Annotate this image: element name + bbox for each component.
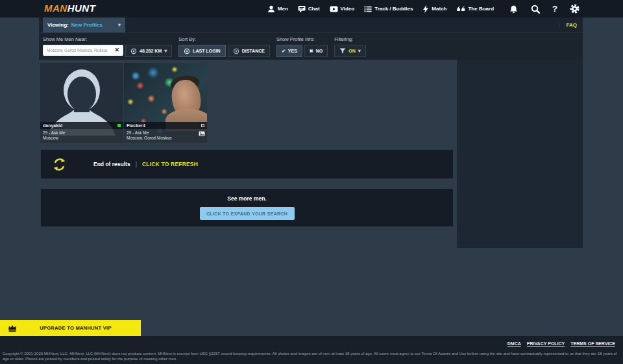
nav-item-the-board[interactable]: The Board [456, 6, 494, 12]
terms-of-service-link[interactable]: TERMS OF SERVICE [570, 341, 615, 346]
notifications-button[interactable] [509, 5, 519, 14]
quotes-icon [456, 6, 465, 12]
photo-icon [199, 131, 205, 136]
end-of-results-box: End of results | CLICK TO REFRESH [40, 149, 454, 179]
faq-link[interactable]: FAQ [559, 22, 577, 28]
nav-item-chat[interactable]: Chat [298, 5, 320, 13]
filtering-dropdown[interactable]: ON ▾ [334, 45, 366, 57]
chevron-down-icon: ▾ [358, 49, 361, 54]
filter-funnel-icon [339, 48, 346, 54]
profile-grid: danyakid 29 - Ask Me Moscow Flucker4 [40, 63, 207, 143]
location-input[interactable] [47, 48, 112, 53]
near-label: Show Me Men Near: [43, 36, 172, 42]
sort-option-label: DISTANCE [242, 49, 265, 53]
separator: | [136, 161, 137, 167]
help-icon: ? [552, 5, 557, 13]
search-button[interactable] [531, 5, 540, 14]
footer: DMCA PRIVACY POLICY TERMS OF SERVICE Cop… [0, 336, 623, 364]
nav-item-track-buddies[interactable]: Track / Buddies [364, 5, 413, 13]
location-input-wrap: ✕ [43, 45, 123, 56]
distance-dropdown[interactable]: 48.282 KM ▾ [125, 45, 172, 57]
nav-item-match[interactable]: Match [422, 5, 446, 13]
logo-hunt: HUNT [67, 3, 96, 14]
chevron-down-icon: ▾ [118, 23, 121, 28]
target-icon [130, 48, 137, 55]
upgrade-vip-button[interactable]: UPGRADE TO MANHUNT VIP [0, 320, 141, 336]
nav-item-men[interactable]: Men [267, 5, 288, 13]
see-more-box: See more men. CLICK TO EXPAND YOUR SEARC… [40, 188, 454, 227]
yes-label: YES [288, 49, 297, 53]
top-header-bar: MANHUNT Men Chat Video Track / Buddies [0, 0, 623, 18]
list-icon [364, 5, 372, 13]
sort-last-login-button[interactable]: LAST LOGIN [178, 45, 225, 57]
profile-info-label: Show Profile Info: [276, 36, 328, 42]
filter-group-sort: Sort By: LAST LOGIN DISTANCE [178, 36, 270, 60]
card-overlay: Flucker4 29 - Ask Me Moscow, Gorod Moskv… [124, 122, 207, 143]
profile-location: Moscow [43, 136, 121, 141]
filter-group-filtering: Filtering: ON ▾ [334, 36, 366, 60]
right-side-panel [457, 60, 583, 248]
view-tab-bar: Viewing: New Profiles ▾ FAQ [39, 18, 583, 32]
viewing-dropdown[interactable]: Viewing: New Profiles ▾ [43, 18, 125, 32]
filtering-label: Filtering: [334, 36, 366, 42]
no-label: NO [316, 49, 323, 53]
radio-icon [233, 48, 239, 55]
profile-card-danyakid[interactable]: danyakid 29 - Ask Me Moscow [40, 63, 123, 143]
click-to-refresh-link[interactable]: CLICK TO REFRESH [142, 161, 198, 167]
sort-distance-button[interactable]: DISTANCE [228, 45, 270, 57]
profile-username: Flucker4 [127, 123, 145, 128]
vip-label: UPGRADE TO MANHUNT VIP [17, 325, 141, 331]
chat-icon [298, 5, 306, 13]
refresh-icon [52, 157, 67, 172]
lightning-icon [422, 5, 429, 13]
nav-item-video[interactable]: Video [330, 5, 355, 13]
profile-location: Moscow, Gorod Moskva [127, 136, 204, 141]
radio-icon [184, 48, 190, 55]
profile-username: danyakid [43, 123, 62, 128]
sort-label: Sort By: [178, 36, 270, 42]
nav-label: Chat [308, 6, 320, 12]
filtering-value: ON [348, 49, 356, 53]
crown-icon [8, 324, 17, 332]
x-icon: ✖ [310, 49, 313, 53]
manhunt-logo[interactable]: MANHUNT [44, 3, 95, 14]
copyright-text: Copyright © 2001-2020 MHNext, LLC. MHNex… [3, 352, 619, 361]
online-indicator [117, 124, 121, 127]
offline-indicator [201, 124, 204, 127]
profile-card-flucker4[interactable]: Flucker4 29 - Ask Me Moscow, Gorod Moskv… [124, 63, 207, 143]
expand-search-button[interactable]: CLICK TO EXPAND YOUR SEARCH [200, 207, 295, 220]
profile-age-status: 29 - Ask Me [127, 130, 204, 136]
card-overlay: danyakid 29 - Ask Me Moscow [40, 122, 123, 143]
manhunt-page: MANHUNT Men Chat Video Track / Buddies [0, 0, 623, 364]
header-icon-buttons: ? [509, 4, 580, 14]
video-icon [330, 5, 338, 13]
profile-info-yes-button[interactable]: ✔ YES [276, 45, 302, 57]
filter-group-profile-info: Show Profile Info: ✔ YES ✖ NO [276, 36, 328, 60]
nav-label: Video [341, 6, 355, 12]
chevron-down-icon: ▾ [164, 49, 167, 54]
footer-links: DMCA PRIVACY POLICY TERMS OF SERVICE [507, 341, 615, 346]
bell-icon [509, 5, 519, 14]
nav-label: Men [278, 6, 288, 12]
help-button[interactable]: ? [552, 5, 557, 13]
search-icon [531, 5, 540, 14]
person-icon [267, 5, 275, 13]
filter-bar: Show Me Men Near: ✕ 48.282 KM ▾ Sort By:… [39, 32, 583, 60]
nav-label: Match [432, 6, 446, 12]
nav-label: The Board [468, 6, 494, 12]
check-icon: ✔ [282, 49, 286, 53]
see-more-message: See more men. [227, 195, 266, 202]
profile-info-no-button[interactable]: ✖ NO [304, 45, 328, 57]
viewing-label: Viewing: [47, 22, 69, 28]
clear-location-icon[interactable]: ✕ [114, 47, 119, 53]
sort-option-label: LAST LOGIN [193, 49, 220, 53]
filter-group-near: Show Me Men Near: ✕ 48.282 KM ▾ [43, 36, 172, 60]
dmca-link[interactable]: DMCA [507, 341, 521, 346]
profile-age-status: 29 - Ask Me [43, 130, 121, 136]
logo-man: MAN [44, 3, 67, 14]
refresh-button[interactable] [52, 157, 67, 172]
privacy-policy-link[interactable]: PRIVACY POLICY [527, 341, 565, 346]
settings-button[interactable] [570, 4, 580, 14]
viewing-value: New Profiles [71, 22, 103, 28]
gear-icon [570, 4, 580, 14]
